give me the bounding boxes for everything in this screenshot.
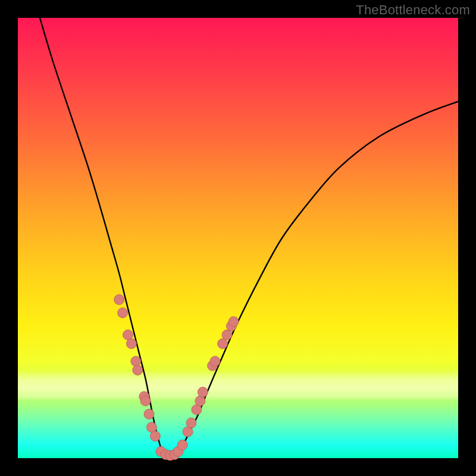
- data-marker: [150, 431, 160, 441]
- data-marker: [226, 321, 236, 331]
- data-marker: [186, 418, 196, 428]
- data-marker: [192, 405, 202, 415]
- data-marker: [198, 387, 208, 397]
- data-marker: [118, 308, 128, 318]
- marker-group: [114, 295, 239, 461]
- data-marker: [183, 427, 193, 437]
- data-marker: [139, 392, 149, 402]
- data-marker: [133, 365, 143, 375]
- data-marker: [208, 361, 218, 371]
- data-marker: [195, 396, 205, 406]
- data-marker: [165, 450, 176, 461]
- chart-svg: [18, 18, 458, 458]
- data-marker: [218, 339, 228, 349]
- data-marker: [222, 330, 232, 340]
- data-marker: [173, 446, 183, 456]
- outer-frame: TheBottleneck.com: [0, 0, 476, 476]
- data-marker: [177, 440, 187, 450]
- watermark-text: TheBottleneck.com: [356, 2, 470, 18]
- data-marker: [123, 330, 133, 340]
- v-curve: [40, 18, 458, 458]
- data-marker: [126, 339, 136, 349]
- data-marker: [161, 450, 171, 460]
- data-marker: [156, 446, 166, 456]
- highlight-band: [18, 370, 458, 401]
- data-marker: [228, 317, 239, 327]
- data-marker: [170, 450, 180, 460]
- data-marker: [140, 396, 151, 406]
- data-marker: [146, 422, 156, 433]
- data-marker: [210, 356, 220, 367]
- data-marker: [131, 356, 141, 367]
- plot-area: [18, 18, 458, 458]
- data-marker: [144, 409, 154, 419]
- data-marker: [114, 295, 124, 305]
